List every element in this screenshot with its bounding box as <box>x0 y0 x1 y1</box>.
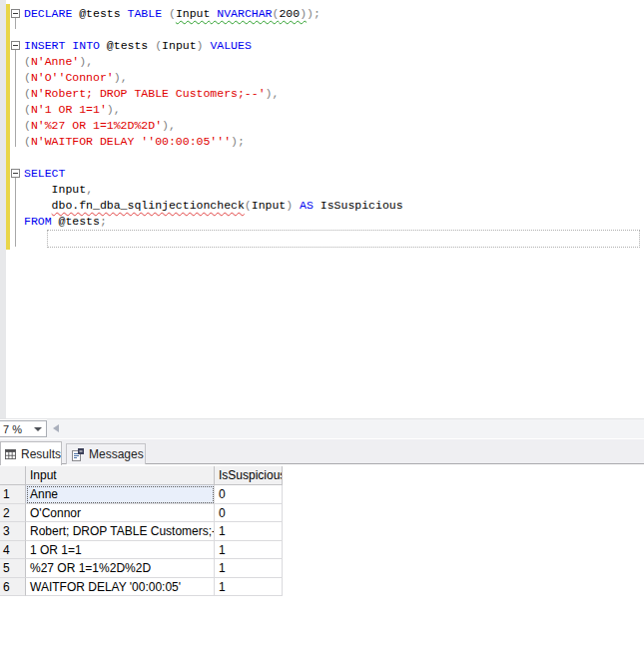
row-header[interactable]: 1 <box>0 485 26 504</box>
results-pane-tab-strip: Results Messages <box>0 439 644 464</box>
code-line: DECLARE @tests TABLE (Input NVARCHAR(200… <box>24 6 403 22</box>
tab-results-label: Results <box>21 447 61 461</box>
table-row: 1Anne0 <box>0 485 283 504</box>
code-line: INSERT INTO @tests (Input) VALUES <box>24 38 403 54</box>
current-line-indicator <box>47 230 640 248</box>
tab-messages[interactable]: Messages <box>66 443 146 464</box>
grid-header-row: Input IsSuspicious <box>0 466 283 485</box>
column-header-input[interactable]: Input <box>26 466 215 485</box>
row-header[interactable]: 3 <box>0 522 26 541</box>
grid-corner-cell[interactable] <box>0 466 26 485</box>
change-tracking-bar <box>6 4 10 250</box>
code-line: dbo.fn_dba_sqlinjectioncheck(Input) AS I… <box>24 198 403 214</box>
row-header[interactable]: 4 <box>0 541 26 560</box>
code-line: (N'Anne'), <box>24 54 403 70</box>
editor-bottom-bar: 7 % <box>0 418 644 437</box>
cell-issuspicious[interactable]: 0 <box>215 504 283 523</box>
code-line: (N'1 OR 1=1'), <box>24 102 403 118</box>
code-line: FROM @tests; <box>24 214 403 230</box>
fold-toggle[interactable] <box>11 169 20 178</box>
table-row: 3Robert; DROP TABLE Customers;--1 <box>0 522 283 541</box>
code-line <box>24 22 403 38</box>
scroll-left-arrow[interactable] <box>53 424 59 432</box>
code-line: (N'O''Connor'), <box>24 70 403 86</box>
fold-toggle[interactable] <box>11 9 20 18</box>
tab-results[interactable]: Results <box>0 441 62 465</box>
zoom-value: 7 % <box>0 423 34 435</box>
cell-issuspicious[interactable]: 0 <box>215 485 283 504</box>
results-grid: Input IsSuspicious 1Anne02O'Connor03Robe… <box>0 466 283 596</box>
outline-connector <box>15 178 16 247</box>
cell-issuspicious[interactable]: 1 <box>215 578 283 597</box>
cell-input[interactable]: %27 OR 1=1%2D%2D <box>26 559 215 578</box>
code-line: Input, <box>24 182 403 198</box>
cell-input[interactable]: Robert; DROP TABLE Customers;-- <box>26 522 215 541</box>
chevron-down-icon <box>34 427 42 431</box>
code-line: SELECT <box>24 166 403 182</box>
fold-toggle[interactable] <box>11 41 20 50</box>
code-line: (N'Robert; DROP TABLE Customers;--'), <box>24 86 403 102</box>
messages-icon <box>71 448 84 461</box>
column-header-issuspicious[interactable]: IsSuspicious <box>215 466 283 485</box>
outline-connector <box>15 18 16 29</box>
code-line <box>24 150 403 166</box>
table-row: 41 OR 1=11 <box>0 541 283 560</box>
grid-body: 1Anne02O'Connor03Robert; DROP TABLE Cust… <box>0 485 283 596</box>
cell-issuspicious[interactable]: 1 <box>215 559 283 578</box>
row-header[interactable]: 2 <box>0 504 26 523</box>
cell-issuspicious[interactable]: 1 <box>215 522 283 541</box>
ssms-window: DECLARE @tests TABLE (Input NVARCHAR(200… <box>0 0 644 655</box>
horizontal-scrollbar[interactable] <box>47 419 644 438</box>
code-line: (N'WAITFOR DELAY ''00:00:05'''); <box>24 134 403 150</box>
table-row: 5%27 OR 1=1%2D%2D1 <box>0 559 283 578</box>
editor-zoom-select[interactable]: 7 % <box>0 420 47 437</box>
cell-input[interactable]: O'Connor <box>26 504 215 523</box>
row-header[interactable]: 5 <box>0 559 26 578</box>
cell-input[interactable]: 1 OR 1=1 <box>26 541 215 560</box>
cell-issuspicious[interactable]: 1 <box>215 541 283 560</box>
tab-messages-label: Messages <box>89 447 144 461</box>
code-line: (N'%27 OR 1=1%2D%2D'), <box>24 118 403 134</box>
sql-editor[interactable]: DECLARE @tests TABLE (Input NVARCHAR(200… <box>0 0 644 418</box>
code-text: DECLARE @tests TABLE (Input NVARCHAR(200… <box>24 6 403 246</box>
outline-connector <box>15 50 16 147</box>
cell-input[interactable]: WAITFOR DELAY '00:00:05' <box>26 578 215 597</box>
row-header[interactable]: 6 <box>0 578 26 597</box>
table-row: 2O'Connor0 <box>0 504 283 523</box>
cell-input[interactable]: Anne <box>26 485 215 504</box>
table-row: 6WAITFOR DELAY '00:00:05'1 <box>0 578 283 597</box>
results-grid-icon <box>5 448 16 460</box>
